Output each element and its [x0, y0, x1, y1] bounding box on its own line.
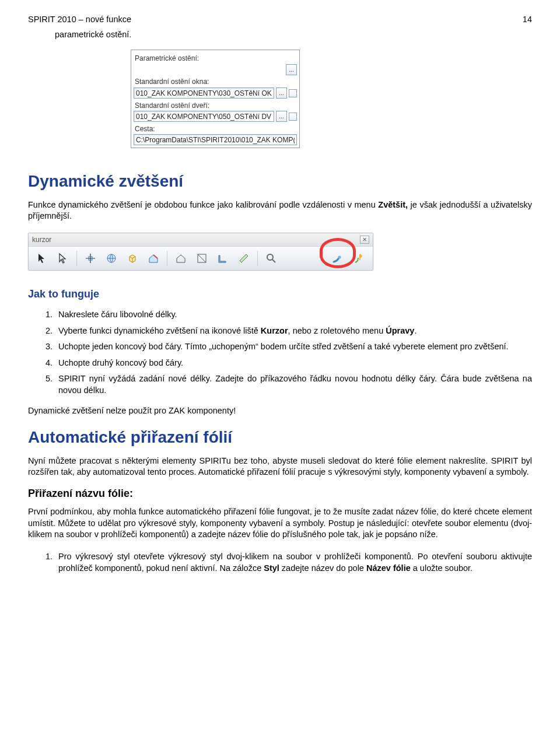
list-item: Vyberte funkci dynamického zvětšení na i…: [55, 323, 532, 339]
section-dynamic-zoom-title: Dynamické zvětšení: [28, 170, 532, 192]
intro-text: parametrické ostění.: [28, 29, 532, 41]
assign-layer-name-title: Přiřazení názvu fólie:: [28, 486, 532, 500]
assign-layer-steps: Pro výkresový styl otevřete výkresový st…: [28, 549, 532, 576]
toolbar-separator: [257, 251, 258, 266]
how-it-works-list: Nakreslete čáru libovolné délky. Vyberte…: [28, 307, 532, 398]
house-outline-icon[interactable]: [173, 251, 188, 266]
path-label: Cesta:: [135, 124, 155, 134]
close-icon[interactable]: ✕: [360, 236, 369, 244]
how-it-works-title: Jak to funguje: [28, 287, 532, 301]
list-item: SPIRIT nyní vyžádá zadání nové délky. Za…: [55, 371, 532, 398]
path-input[interactable]: [134, 134, 297, 145]
crosshair-icon[interactable]: [83, 251, 98, 266]
svg-point-3: [267, 254, 273, 260]
std-door-input[interactable]: [134, 111, 274, 122]
arrow-cursor-icon[interactable]: [34, 251, 50, 266]
toolbar-title: kurzor: [32, 235, 51, 244]
std-door-label: Standardní ostění dveří:: [135, 101, 209, 110]
svg-point-4: [338, 255, 341, 258]
toolbar-separator: [76, 251, 77, 266]
browse-door-button[interactable]: ...: [276, 111, 287, 122]
browse-param-button[interactable]: ...: [286, 64, 297, 75]
list-item: Uchopte druhý koncový bod čáry.: [55, 355, 532, 372]
toolbar-figure: kurzor ✕: [28, 233, 373, 271]
arrow-cursor-alt-icon[interactable]: [55, 251, 71, 266]
toolbar-separator: [167, 251, 167, 266]
cube-icon[interactable]: [125, 251, 140, 266]
crop-icon[interactable]: [194, 251, 209, 266]
doc-header-left: SPIRIT 2010 – nové funkce: [28, 14, 131, 26]
panel-title: Parametrické ostění:: [135, 54, 199, 63]
house-icon[interactable]: [146, 251, 161, 266]
assign-layer-name-para: První podmínkou, aby mohla funkce automa…: [28, 506, 532, 541]
dynamic-zoom-icon[interactable]: [331, 251, 346, 266]
properties-panel: Parametrické ostění: ... Standardní ostě…: [131, 50, 300, 148]
door-checkbox[interactable]: [289, 113, 297, 121]
section-dynamic-zoom-para: Funkce dynamického zvětšení je obdobou f…: [28, 199, 532, 222]
measure-icon[interactable]: [236, 251, 251, 266]
section-auto-layers-para: Nyní můžete pracovat s některými element…: [28, 455, 532, 478]
list-item: Uchopte jeden koncový bod čáry. Tímto „u…: [55, 339, 532, 355]
section-auto-layers-title: Automatické přiřazení fólií: [28, 426, 532, 448]
page-number: 14: [523, 14, 532, 26]
std-window-label: Standardní ostění okna:: [135, 77, 209, 86]
std-window-input[interactable]: [134, 87, 274, 99]
list-item: Pro výkresový styl otevřete výkresový st…: [55, 549, 532, 576]
magnifier-icon[interactable]: [264, 251, 279, 266]
window-checkbox[interactable]: [289, 89, 297, 97]
zoom-grow-icon[interactable]: [352, 251, 367, 266]
globe-icon[interactable]: [104, 251, 119, 266]
browse-window-button[interactable]: ...: [276, 87, 287, 99]
note-text: Dynamické zvětšení nelze použít pro ZAK …: [28, 405, 532, 417]
list-item: Nakreslete čáru libovolné délky.: [55, 307, 532, 323]
ruler-angle-icon[interactable]: [215, 251, 230, 266]
